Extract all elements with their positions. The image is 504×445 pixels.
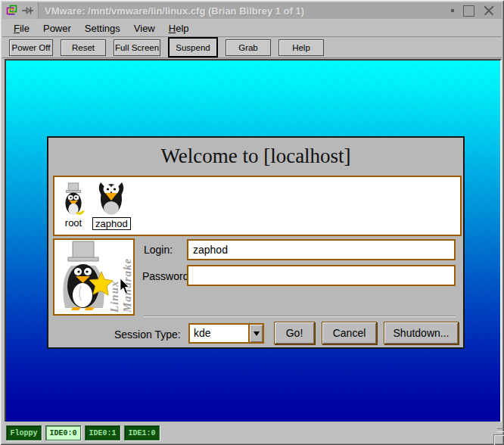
- user-list: root zaphod: [53, 176, 462, 236]
- penguin-tophat-icon: [62, 182, 85, 216]
- user-item-zaphod[interactable]: zaphod: [92, 179, 131, 230]
- session-type-select[interactable]: kde: [188, 323, 264, 344]
- login-dialog: Welcome to [localhost] root: [47, 136, 465, 349]
- menu-view[interactable]: View: [127, 21, 162, 36]
- menu-help[interactable]: Help: [162, 21, 196, 36]
- mandrake-logo: Linux Mandrake: [53, 238, 135, 316]
- user-label-zaphod: zaphod: [92, 217, 131, 230]
- frame-notch: [497, 428, 504, 432]
- window-controls: [451, 5, 502, 17]
- statusbar: Floppy IDE0:0 IDE0:1 IDE1:0: [2, 422, 502, 443]
- mandrake-logo-text: Linux Mandrake: [108, 243, 134, 313]
- dialog-separator: [144, 316, 456, 317]
- session-type-dropdown-button[interactable]: [248, 325, 263, 342]
- penguin-icon: [95, 179, 127, 216]
- user-label-root: root: [65, 217, 82, 229]
- device-indicator-floppy[interactable]: Floppy: [6, 425, 42, 440]
- vmware-app-icon: [6, 5, 18, 17]
- dialog-title: Welcome to [localhost]: [48, 145, 463, 168]
- window-title: VMware: /mnt/vmware/lin/linux.cfg (Brian…: [39, 5, 451, 17]
- help-button[interactable]: Help: [278, 39, 324, 56]
- go-button[interactable]: Go!: [274, 322, 315, 344]
- power-off-button[interactable]: Power Off: [9, 39, 53, 56]
- device-indicator-ide0-1[interactable]: IDE0:1: [85, 425, 120, 440]
- menu-file[interactable]: File: [7, 21, 36, 36]
- cancel-button[interactable]: Cancel: [322, 322, 377, 344]
- full-screen-button[interactable]: Full Screen: [114, 39, 160, 56]
- toolbar: Power Off Reset Full Screen Suspend Grab…: [2, 37, 502, 58]
- menubar: File Power Settings View Help: [2, 20, 502, 37]
- grab-button[interactable]: Grab: [226, 39, 271, 56]
- password-label: Password:: [142, 270, 191, 282]
- menu-power[interactable]: Power: [36, 21, 78, 36]
- vmware-window: VMware: /mnt/vmware/lin/linux.cfg (Brian…: [0, 0, 504, 445]
- shutdown-button[interactable]: Shutdown...: [384, 322, 459, 344]
- titlebar[interactable]: VMware: /mnt/vmware/lin/linux.cfg (Brian…: [2, 2, 502, 19]
- chevron-down-icon: [254, 331, 260, 336]
- session-type-value: kde: [190, 325, 248, 342]
- device-indicator-ide1-0[interactable]: IDE1:0: [124, 425, 160, 440]
- login-input[interactable]: [187, 239, 456, 260]
- password-input[interactable]: [187, 265, 456, 286]
- user-item-root[interactable]: root: [62, 182, 85, 229]
- titlebar-icon-area: [2, 2, 39, 19]
- close-icon[interactable]: [484, 5, 494, 16]
- resize-grip[interactable]: [493, 434, 504, 445]
- menu-settings[interactable]: Settings: [78, 21, 127, 36]
- pin-icon[interactable]: [21, 5, 34, 17]
- minimize-icon[interactable]: [451, 9, 454, 12]
- session-type-label: Session Type:: [114, 328, 181, 341]
- vm-screen[interactable]: Welcome to [localhost] root: [5, 59, 502, 425]
- reset-button[interactable]: Reset: [61, 39, 106, 56]
- login-label: Login:: [144, 244, 173, 256]
- device-indicator-ide0-0[interactable]: IDE0:0: [45, 425, 81, 440]
- suspend-button[interactable]: Suspend: [168, 37, 218, 58]
- maximize-icon[interactable]: [463, 5, 474, 17]
